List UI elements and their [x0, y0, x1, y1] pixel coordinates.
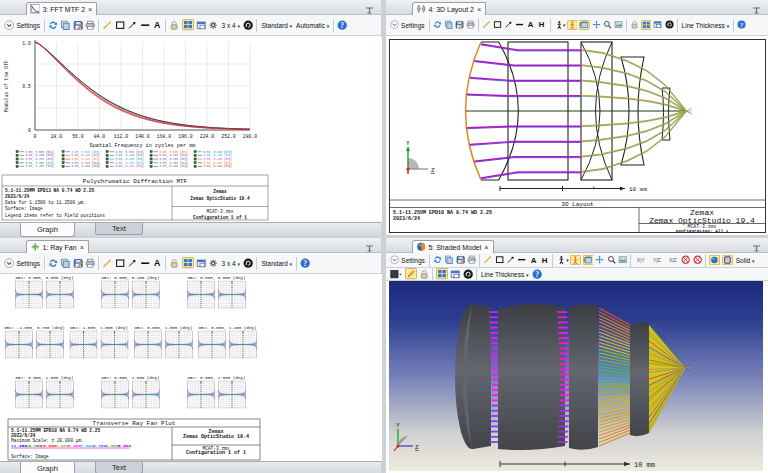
svg-text:OBJ: 0.000, 0.250 (deg): OBJ: 0.000, 0.250 (deg) — [102, 276, 160, 280]
svg-text:Surface: Image: Surface: Image — [5, 206, 43, 211]
svg-text:0.00, 0.310 (deg): 0.00, 0.310 (deg) — [72, 161, 101, 165]
svg-text:112.0: 112.0 — [114, 134, 129, 139]
svg-text:A: A — [154, 20, 161, 30]
svg-text:0.00, 0.210 (deg): 0.00, 0.210 (deg) — [72, 157, 101, 161]
svg-text:A: A — [154, 258, 161, 268]
svg-text:X|Y: X|Y — [637, 257, 646, 263]
svg-text:252.0: 252.0 — [221, 134, 236, 139]
svg-text:56.0: 56.0 — [72, 134, 84, 139]
svg-text:140.0: 140.0 — [135, 134, 150, 139]
svg-text:0.5: 0.5 — [22, 84, 31, 89]
svg-text:Y: Y — [406, 140, 410, 147]
svg-text:3D Layout: 3D Layout — [561, 201, 593, 208]
svg-text:0.00, 0.020 (deg): 0.00, 0.020 (deg) — [116, 150, 145, 154]
svg-text:?: ? — [341, 21, 345, 30]
svg-text:OBJ: 0.000, 1.000 (deg): OBJ: 0.000, 1.000 (deg) — [16, 376, 74, 380]
svg-text:Y|Z: Y|Z — [653, 257, 661, 263]
svg-text:0.00, 0.300 (deg): 0.00, 0.300 (deg) — [26, 161, 55, 165]
svg-text:0.00, 0.100 (deg): 0.00, 0.100 (deg) — [26, 153, 55, 157]
svg-text:?: ? — [303, 259, 307, 268]
svg-text:Spatial Frequency in cycles pe: Spatial Frequency in cycles per mm — [90, 143, 196, 149]
svg-text:0.00, 0.400 (deg): 0.00, 0.400 (deg) — [26, 164, 55, 168]
svg-text:Legend items refer to Field po: Legend items refer to Field positions — [5, 213, 105, 218]
svg-text:Transverse Ray Fan Plot: Transverse Ray Fan Plot — [93, 420, 176, 427]
svg-text:0.00, 0.220 (deg): 0.00, 0.220 (deg) — [116, 157, 145, 161]
svg-text:Z: Z — [431, 167, 435, 174]
svg-text:OBJ: 0.000, 0.000 (deg): OBJ: 0.000, 0.000 (deg) — [16, 276, 74, 280]
svg-text:Modulus of the OTF: Modulus of the OTF — [4, 60, 9, 112]
svg-text:H: H — [542, 256, 548, 265]
svg-text:0.00, 0.110 (deg): 0.00, 0.110 (deg) — [72, 153, 101, 157]
svg-text:0.00, 0.010 (deg): 0.00, 0.010 (deg) — [72, 150, 101, 154]
svg-text:196.0: 196.0 — [178, 134, 193, 139]
svg-text:0.00, 0.030 (deg): 0.00, 0.030 (deg) — [160, 150, 189, 154]
svg-text:0.00, 0.000 (deg): 0.00, 0.000 (deg) — [26, 150, 55, 154]
svg-text:0: 0 — [34, 134, 37, 139]
svg-text:Configuration 1 of 1: Configuration 1 of 1 — [193, 215, 247, 220]
svg-text:0.00, 0.200 (deg): 0.00, 0.200 (deg) — [26, 157, 55, 161]
svg-text:A: A — [531, 256, 537, 265]
svg-text:Configuration 1 of 1: Configuration 1 of 1 — [186, 450, 246, 456]
svg-text:0.00, 0.320 (deg): 0.00, 0.320 (deg) — [116, 161, 145, 165]
svg-text:28.0: 28.0 — [51, 134, 63, 139]
svg-text:0.00, 0.130 (deg): 0.00, 0.130 (deg) — [160, 153, 189, 157]
svg-text:Y: Y — [396, 422, 400, 429]
svg-text:Data for 1.1500 to 11.2500 µm.: Data for 1.1500 to 11.2500 µm. — [5, 200, 86, 205]
svg-text:OBJ: 0.000, 1.400 (deg): OBJ: 0.000, 1.400 (deg) — [199, 326, 257, 330]
svg-text:2023/6/24: 2023/6/24 — [393, 216, 420, 222]
svg-text:224.0: 224.0 — [200, 134, 215, 139]
svg-text:H: H — [539, 21, 545, 30]
svg-text:0.00, 0.230 (deg): 0.00, 0.230 (deg) — [160, 157, 189, 161]
svg-text:Zemax OpticStudio 19.4: Zemax OpticStudio 19.4 — [190, 196, 250, 201]
svg-text:1.0: 1.0 — [22, 41, 31, 46]
svg-text:OBJ: 0.000, 0.500 (deg): OBJ: 0.000, 0.500 (deg) — [188, 276, 246, 280]
svg-text:0.00, 0.120 (deg): 0.00, 0.120 (deg) — [116, 153, 145, 157]
svg-text:OBJ: 0.000, 1.800 (deg): OBJ: 0.000, 1.800 (deg) — [102, 376, 160, 380]
svg-text:0.00, 0.340 (deg): 0.00, 0.340 (deg) — [204, 161, 233, 165]
svg-text:2023/6/24: 2023/6/24 — [5, 194, 30, 199]
svg-text:168.0: 168.0 — [157, 134, 172, 139]
svg-text:?: ? — [740, 21, 743, 28]
svg-text:0.00, 0.040 (deg): 0.00, 0.040 (deg) — [204, 150, 233, 154]
svg-text:?: ? — [535, 270, 539, 279]
svg-text:0.00, 0.330 (deg): 0.00, 0.330 (deg) — [160, 161, 189, 165]
svg-text:5.500: 5.500 — [118, 443, 132, 448]
svg-text:OBJ: 1.000, 1.000 (deg): OBJ: 1.000, 1.000 (deg) — [70, 326, 128, 330]
svg-text:5.1-11.25MM EPD13 NA 0.74 WD 2: 5.1-11.25MM EPD13 NA 0.74 WD 2.25 — [5, 188, 94, 193]
svg-text:0.00, 0.420 (deg): 0.00, 0.420 (deg) — [116, 164, 145, 168]
svg-text:0.00, 0.410 (deg): 0.00, 0.410 (deg) — [72, 164, 101, 168]
svg-text:Surface: Image: Surface: Image — [11, 454, 49, 459]
svg-text:280.0: 280.0 — [243, 134, 258, 139]
svg-text:10.000: 10.000 — [41, 443, 57, 448]
svg-text:Configuration: All 1: Configuration: All 1 — [676, 228, 729, 233]
svg-text:0.00, 0.440 (deg): 0.00, 0.440 (deg) — [204, 164, 233, 168]
svg-text:10.750: 10.750 — [26, 443, 42, 448]
svg-text:MCAT-3.zmx: MCAT-3.zmx — [206, 209, 233, 214]
svg-text:10 mm: 10 mm — [634, 461, 655, 469]
svg-text:X|Z: X|Z — [669, 257, 677, 263]
svg-text:OBJ: 0.000, 1.500 (deg): OBJ: 0.000, 1.500 (deg) — [188, 376, 246, 380]
svg-text:0: 0 — [28, 128, 31, 133]
svg-text:Polychromatic Diffraction MTF: Polychromatic Diffraction MTF — [83, 178, 188, 185]
svg-text:A: A — [528, 21, 534, 30]
svg-text:0.00, 0.430 (deg): 0.00, 0.430 (deg) — [160, 164, 189, 168]
svg-text:Zemax OpticStudio 19.4: Zemax OpticStudio 19.4 — [183, 434, 249, 440]
svg-text:Zemax: Zemax — [213, 189, 227, 194]
svg-text:OBJ: 0.000, 1.000 (deg): OBJ: 0.000, 1.000 (deg) — [135, 326, 193, 330]
svg-text:0.00, 0.140 (deg): 0.00, 0.140 (deg) — [204, 153, 233, 157]
svg-text:84.0: 84.0 — [94, 134, 106, 139]
svg-text:11.250: 11.250 — [11, 443, 27, 448]
svg-text:Z: Z — [415, 444, 419, 451]
svg-text:0.00, 0.240 (deg): 0.00, 0.240 (deg) — [204, 157, 233, 161]
svg-text:10 mm: 10 mm — [629, 186, 647, 193]
svg-text:OBJ: -1.000, 0.700 (deg): OBJ: -1.000, 0.700 (deg) — [4, 326, 64, 330]
